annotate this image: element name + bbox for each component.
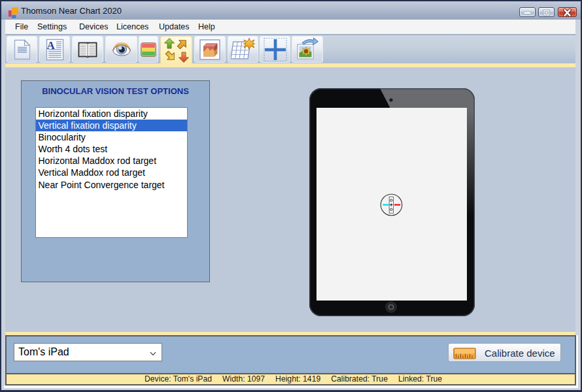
svg-text:A: A xyxy=(46,39,55,51)
